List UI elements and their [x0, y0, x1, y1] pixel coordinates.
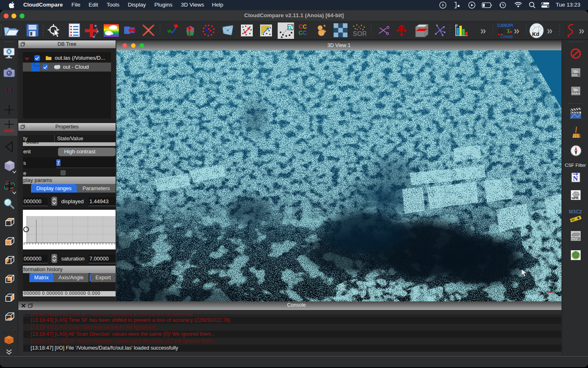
svg-text:Kd: Kd — [532, 31, 539, 37]
svg-text:HPR: HPR — [572, 196, 579, 200]
svg-text:CANUPO: CANUPO — [497, 23, 513, 28]
svg-text:PCV: PCV — [572, 237, 578, 241]
svg-text:EDL: EDL — [572, 73, 578, 77]
svg-text:SOR: SOR — [353, 30, 366, 37]
svg-text:SSAO: SSAO — [572, 92, 580, 95]
svg-text:N: N — [573, 175, 578, 182]
svg-text:Create: Create — [501, 34, 513, 38]
